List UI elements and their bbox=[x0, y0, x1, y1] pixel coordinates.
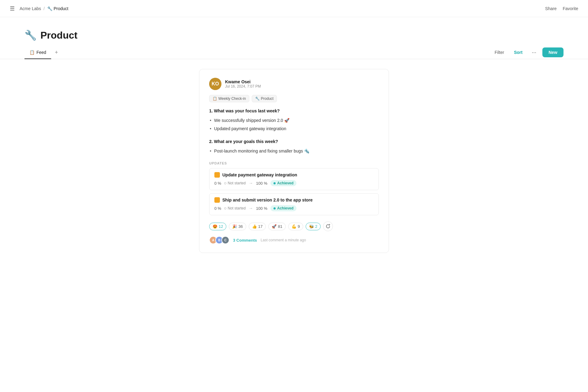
update-from-pct-1: 0 % bbox=[214, 181, 221, 186]
tag-weekly-checkin[interactable]: 📋 Weekly Check-in bbox=[209, 95, 249, 102]
author-info: Kwame Osei Jul 16, 2024, 7:07 PM bbox=[225, 79, 261, 89]
reaction-count-1: 36 bbox=[238, 224, 243, 229]
update-title-row-2: Ship and submit version 2.0 to the app s… bbox=[214, 197, 374, 203]
update-to-pct-1: 100 % bbox=[256, 181, 267, 186]
reaction-emoji-4: 💪 bbox=[292, 224, 296, 229]
breadcrumb-separator: / bbox=[43, 6, 45, 11]
question-1: 1. What was your focus last week? bbox=[209, 108, 379, 113]
update-icon-1 bbox=[214, 172, 220, 178]
update-title-2: Ship and submit version 2.0 to the app s… bbox=[222, 198, 313, 202]
sort-button[interactable]: Sort bbox=[511, 48, 526, 57]
reaction-emoji-2: 👍 bbox=[252, 224, 257, 229]
update-status-from-2: Not started bbox=[224, 206, 246, 210]
comments-row: A B C 3 Comments Last comment a minute a… bbox=[209, 236, 379, 244]
post-time: Jul 16, 2024, 7:07 PM bbox=[225, 84, 261, 89]
update-item-2: Ship and submit version 2.0 to the app s… bbox=[209, 193, 379, 215]
page-title-icon: 🔧 bbox=[24, 29, 37, 41]
reaction-count-4: 9 bbox=[298, 224, 300, 229]
card-header: KO Kwame Osei Jul 16, 2024, 7:07 PM bbox=[209, 78, 379, 90]
add-tab-button[interactable]: + bbox=[51, 47, 62, 58]
update-status-from-1: Not started bbox=[224, 181, 246, 185]
reaction-emoji-0: 😍 bbox=[213, 224, 217, 229]
more-options-button[interactable]: ··· bbox=[529, 47, 539, 58]
tag-icon: 🔧 bbox=[255, 96, 260, 101]
page-header: 🔧 Product bbox=[0, 17, 588, 46]
status-dot-icon bbox=[224, 182, 226, 184]
author-avatar: KO bbox=[209, 78, 221, 90]
avatar-initials: KO bbox=[209, 78, 221, 90]
author-name: Kwame Osei bbox=[225, 79, 261, 84]
feed-tab-label: Feed bbox=[36, 50, 46, 55]
update-meta-2: 0 % Not started → 100 % Achieved bbox=[214, 205, 374, 211]
tabs-bar: 📋 Feed + Filter Sort ··· New bbox=[0, 46, 588, 59]
comments-time: Last comment a minute ago bbox=[261, 238, 306, 242]
commenter-avatars: A B C bbox=[209, 236, 229, 244]
reaction-count-3: 81 bbox=[278, 224, 282, 229]
reaction-count-5: 2 bbox=[315, 224, 317, 229]
filter-button[interactable]: Filter bbox=[492, 48, 507, 57]
question-2: 2. What are your goals this week? bbox=[209, 139, 379, 144]
arrow-icon: → bbox=[249, 181, 253, 186]
share-button[interactable]: Share bbox=[545, 6, 556, 11]
reaction-btn-1[interactable]: 🎉 36 bbox=[229, 223, 246, 230]
reaction-btn-0[interactable]: 😍 12 bbox=[209, 223, 226, 230]
comments-link[interactable]: 3 Comments bbox=[233, 238, 257, 243]
toolbar-actions: Filter Sort ··· New bbox=[492, 47, 564, 58]
updates-section: UPDATES Update payment gateway integrati… bbox=[209, 161, 379, 215]
reaction-count-2: 17 bbox=[258, 224, 262, 229]
reaction-emoji-5: 🐝 bbox=[309, 224, 314, 229]
update-title-1: Update payment gateway integration bbox=[222, 172, 297, 177]
update-icon-2 bbox=[214, 197, 220, 203]
nav-actions: Share Favorite bbox=[545, 6, 578, 11]
list-item: Post-launch monitoring and fixing smalle… bbox=[209, 147, 379, 155]
refresh-button[interactable] bbox=[323, 221, 333, 231]
update-meta-1: 0 % Not started → 100 % Achieved bbox=[214, 180, 374, 186]
tabs-list: 📋 Feed + bbox=[24, 46, 62, 59]
update-to-pct-2: 100 % bbox=[256, 206, 267, 211]
achieved-dot-icon bbox=[273, 182, 276, 184]
list-item: Updated payment gateway integration bbox=[209, 125, 379, 133]
commenter-avatar-3: C bbox=[221, 236, 229, 244]
breadcrumb: ☰ Acme Labs / 🔧 Product bbox=[10, 5, 68, 12]
nav-page-icon: 🔧 bbox=[47, 6, 52, 11]
achieved-dot-icon bbox=[273, 207, 276, 209]
reaction-emoji-3: 🚀 bbox=[272, 224, 277, 229]
tag-label: Product bbox=[261, 96, 273, 101]
tag-icon: 📋 bbox=[213, 96, 217, 101]
reaction-btn-5[interactable]: 🐝 2 bbox=[306, 223, 321, 230]
update-title-row-1: Update payment gateway integration bbox=[214, 172, 374, 178]
reaction-btn-4[interactable]: 💪 9 bbox=[288, 223, 303, 230]
tag-product[interactable]: 🔧 Product bbox=[252, 95, 277, 102]
tab-feed[interactable]: 📋 Feed bbox=[24, 46, 51, 59]
workspace-label[interactable]: Acme Labs bbox=[20, 6, 41, 11]
achieved-badge-1: Achieved bbox=[270, 180, 296, 186]
reaction-btn-3[interactable]: 🚀 81 bbox=[268, 223, 285, 230]
status-dot-icon bbox=[224, 207, 226, 209]
card-content: 1. What was your focus last week? We suc… bbox=[209, 108, 379, 155]
feed-tab-icon: 📋 bbox=[29, 50, 35, 55]
arrow-icon: → bbox=[249, 206, 253, 211]
reaction-emoji-1: 🎉 bbox=[232, 224, 237, 229]
achieved-badge-2: Achieved bbox=[270, 205, 296, 211]
list-item: We successfully shipped version 2.0 🚀 bbox=[209, 116, 379, 125]
page-title: 🔧 Product bbox=[24, 29, 564, 41]
card-tags: 📋 Weekly Check-in 🔧 Product bbox=[209, 95, 379, 102]
nav-page-title[interactable]: 🔧 Product bbox=[47, 6, 68, 11]
reaction-btn-2[interactable]: 👍 17 bbox=[249, 223, 266, 230]
section-2-bullets: Post-launch monitoring and fixing smalle… bbox=[209, 147, 379, 155]
section-1-bullets: We successfully shipped version 2.0 🚀 Up… bbox=[209, 116, 379, 133]
page-title-text: Product bbox=[40, 30, 77, 41]
new-button[interactable]: New bbox=[542, 47, 564, 57]
top-navigation: ☰ Acme Labs / 🔧 Product Share Favorite bbox=[0, 0, 588, 17]
nav-page-name: Product bbox=[54, 6, 68, 11]
feed-card: KO Kwame Osei Jul 16, 2024, 7:07 PM 📋 We… bbox=[199, 69, 389, 253]
tag-label: Weekly Check-in bbox=[218, 96, 246, 101]
updates-label: UPDATES bbox=[209, 161, 379, 165]
update-item-1: Update payment gateway integration 0 % N… bbox=[209, 168, 379, 190]
favorite-button[interactable]: Favorite bbox=[563, 6, 578, 11]
reaction-count-0: 12 bbox=[219, 224, 223, 229]
reactions-row: 😍 12 🎉 36 👍 17 🚀 81 💪 9 🐝 2 bbox=[209, 221, 379, 231]
main-content: KO Kwame Osei Jul 16, 2024, 7:07 PM 📋 We… bbox=[110, 59, 478, 263]
menu-icon[interactable]: ☰ bbox=[10, 5, 15, 12]
update-from-pct-2: 0 % bbox=[214, 206, 221, 211]
